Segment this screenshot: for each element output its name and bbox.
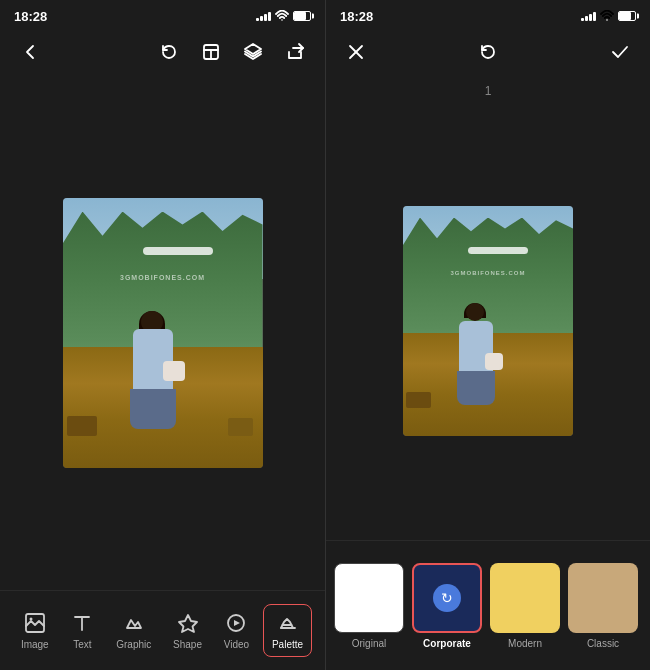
left-panel: 18:28 [0,0,325,670]
tool-text[interactable]: Text [62,605,102,656]
filter-corporate-label: Corporate [423,638,471,649]
tool-graphic[interactable]: Graphic [108,605,159,656]
shape-icon [176,611,200,635]
tool-image[interactable]: Image [13,605,57,656]
filter-modern-label: Modern [508,638,542,649]
right-undo-button[interactable] [474,38,502,66]
tool-palette[interactable]: Palette [263,604,312,657]
graphic-icon [122,611,146,635]
refresh-icon: ↻ [433,584,461,612]
parasol [143,247,213,255]
person-bag [163,361,185,381]
text-icon [70,611,94,635]
tool-video-label: Video [224,639,249,650]
back-button[interactable] [16,38,44,66]
filter-original[interactable]: Original [334,563,404,649]
filter-original-label: Original [352,638,386,649]
right-person-bag [485,353,503,370]
right-watermark: 3GMOBIFONES.COM [450,270,525,276]
tool-shape[interactable]: Shape [165,605,210,656]
close-button[interactable] [342,38,370,66]
corporate-inner: ↻ [414,565,480,631]
tool-palette-label: Palette [272,639,303,650]
filter-palette: Original ↻ Corporate Modern Classic [326,540,650,670]
right-image-area: 3GMOBIFONES.COM [326,102,650,540]
left-image-area: 3GMOBIFONES.COM [0,76,325,590]
svg-marker-11 [234,620,240,626]
filter-classic-label: Classic [587,638,619,649]
filter-corporate-swatch: ↻ [412,563,482,633]
toolbar-actions [155,38,309,66]
photo-frame: 3GMOBIFONES.COM [63,198,263,468]
right-status-icons [581,7,636,25]
left-toolbar [0,28,325,76]
left-status-bar: 18:28 [0,0,325,28]
right-person-skirt [457,371,495,405]
right-battery-icon [618,11,636,21]
bottom-toolbar: Image Text Graphic [0,590,325,670]
right-toolbar [326,28,650,76]
filter-modern[interactable]: Modern [490,563,560,649]
filter-modern-swatch [490,563,560,633]
person [123,311,183,441]
filter-original-swatch [334,563,404,633]
left-status-icons [256,10,311,23]
photo-scene: 3GMOBIFONES.COM [63,198,263,468]
tool-shape-label: Shape [173,639,202,650]
right-person [451,303,501,413]
right-parasol [468,247,528,254]
watermark: 3GMOBIFONES.COM [120,274,205,281]
left-status-time: 18:28 [14,9,47,24]
filter-classic[interactable]: Classic [568,563,638,649]
tool-graphic-label: Graphic [116,639,151,650]
right-photo-scene: 3GMOBIFONES.COM [403,206,573,436]
right-panel: 18:28 [325,0,650,670]
right-status-bar: 18:28 [326,0,650,28]
filter-classic-swatch [568,563,638,633]
svg-point-14 [606,19,608,21]
video-icon [224,611,248,635]
image-icon [23,611,47,635]
right-photo-frame: 3GMOBIFONES.COM [403,206,573,436]
layout-button[interactable] [197,38,225,66]
page-number: 1 [326,76,650,102]
filter-corporate[interactable]: ↻ Corporate [412,563,482,649]
battery-icon [293,11,311,21]
signal-icon [256,11,271,21]
tool-video[interactable]: Video [216,605,257,656]
confirm-button[interactable] [606,38,634,66]
right-person-head [466,303,484,321]
share-button[interactable] [281,38,309,66]
palette-icon [276,611,300,635]
layers-button[interactable] [239,38,267,66]
right-wifi-icon [600,7,614,25]
right-table-decor [406,392,431,408]
right-signal-icon [581,11,596,21]
undo-button[interactable] [155,38,183,66]
right-status-time: 18:28 [340,9,373,24]
wifi-icon [275,10,289,23]
table-decor-2 [228,418,253,436]
person-skirt [130,389,176,429]
svg-point-0 [281,19,283,21]
tool-text-label: Text [73,639,91,650]
tool-image-label: Image [21,639,49,650]
svg-point-7 [29,618,32,621]
table-decor [67,416,97,436]
